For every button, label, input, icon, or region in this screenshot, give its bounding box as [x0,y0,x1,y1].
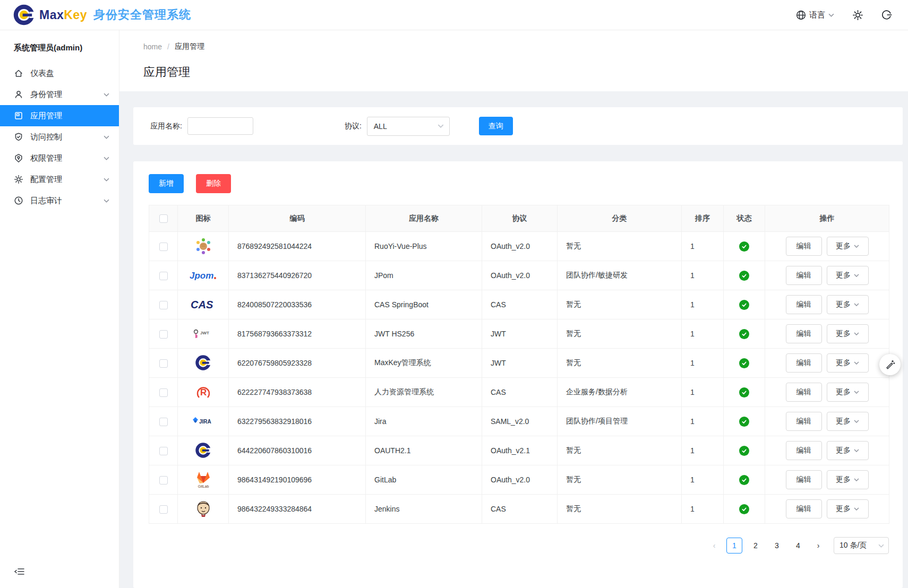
app-protocol-cell: CAS [482,290,558,319]
edit-button[interactable]: 编辑 [786,383,822,402]
edit-button[interactable]: 编辑 [786,470,822,489]
protocol-select[interactable]: ALL [367,117,450,136]
edit-button[interactable]: 编辑 [786,237,822,256]
search-button[interactable]: 查询 [479,117,513,135]
app-sort-cell: 1 [682,465,724,495]
row-checkbox[interactable] [159,476,168,485]
more-button-label: 更多 [836,504,851,514]
app-code-cell: 622076759805923328 [229,349,366,378]
row-checkbox[interactable] [159,388,168,397]
logout-button[interactable] [881,10,892,20]
page-size-value: 10 条/页 [840,541,867,550]
language-switcher[interactable]: 语言 [796,10,834,20]
chevron-down-icon [854,420,859,423]
sidebar-item-permissions[interactable]: 权限管理 [0,148,119,169]
main-content: home / 应用管理 应用管理 应用名称: 协议: ALL 查询 新增 删除 [119,30,908,588]
sidebar-item-access-control[interactable]: 访问控制 [0,126,119,148]
app-name-cell: CAS SpringBoot [366,290,482,319]
chevron-down-icon [104,178,109,181]
status-active-icon [739,504,749,514]
pagination-page-2[interactable]: 2 [748,538,764,554]
table-row: R 622227747938373638 人力资源管理系统 CAS 企业服务/数… [149,378,889,407]
table-row: 622076759805923328 MaxKey管理系统 JWT 暂无 1 编… [149,349,889,378]
badge-icon [14,153,23,163]
row-checkbox[interactable] [159,243,168,251]
more-button[interactable]: 更多 [827,470,869,489]
chevron-down-icon [854,361,859,365]
row-checkbox[interactable] [159,330,168,339]
row-checkbox[interactable] [159,272,168,280]
more-button[interactable]: 更多 [827,266,869,285]
app-code-cell: 837136275440926720 [229,261,366,290]
more-button-label: 更多 [836,417,851,426]
app-category-cell: 暂无 [558,349,682,378]
edit-button[interactable]: 编辑 [786,266,822,285]
breadcrumb-home-link[interactable]: home [143,42,162,51]
app-logo-jenkins [195,499,212,518]
more-button[interactable]: 更多 [827,412,869,431]
chevron-down-icon [854,391,859,394]
sidebar-item-dashboard[interactable]: 仪表盘 [0,63,119,84]
app-code-cell: 986432249333284864 [229,495,366,524]
pagination-next-button[interactable]: › [811,541,825,550]
sidebar-item-configuration[interactable]: 配置管理 [0,169,119,190]
status-active-icon [739,329,749,339]
more-button[interactable]: 更多 [827,441,869,460]
brand-logo[interactable]: MaxKey 身份安全管理系统 [0,4,191,26]
edit-button[interactable]: 编辑 [786,499,822,518]
app-name-cell: MaxKey管理系统 [366,349,482,378]
svg-text:JIRA: JIRA [199,419,211,425]
pagination-page-4[interactable]: 4 [790,538,806,554]
more-button[interactable]: 更多 [827,383,869,402]
gear-icon [852,10,863,21]
row-checkbox[interactable] [159,505,168,514]
app-protocol-cell: OAuth_v2.0 [482,261,558,290]
more-button[interactable]: 更多 [827,295,869,314]
row-checkbox[interactable] [159,447,168,455]
table-row: Jpom 837136275440926720 JPom OAuth_v2.0 … [149,261,889,290]
chevron-down-icon [104,93,109,97]
app-sort-cell: 1 [682,407,724,436]
app-protocol-cell: JWT [482,349,558,378]
chevron-down-icon [854,478,859,481]
more-button[interactable]: 更多 [827,237,869,256]
chevron-down-icon [854,274,859,277]
app-sort-cell: 1 [682,349,724,378]
row-checkbox[interactable] [159,359,168,368]
more-button[interactable]: 更多 [827,353,869,373]
maxkey-logo-icon [13,4,35,26]
edit-button[interactable]: 编辑 [786,295,822,314]
sidebar-item-audit-log[interactable]: 日志审计 [0,190,119,211]
sidebar-item-apps[interactable]: 应用管理 [0,105,119,126]
column-header-name: 应用名称 [366,205,482,232]
edit-button[interactable]: 编辑 [786,441,822,460]
pagination-page-1[interactable]: 1 [726,538,742,554]
more-button[interactable]: 更多 [827,499,869,518]
app-logo-jira: JIRA [191,412,216,431]
row-checkbox[interactable] [159,418,168,426]
app-code-cell: 817568793663373312 [229,319,366,349]
row-checkbox[interactable] [159,301,168,309]
delete-button[interactable]: 删除 [196,174,231,193]
floating-theme-tool-button[interactable] [879,354,901,375]
edit-button[interactable]: 编辑 [786,353,822,373]
chevron-down-icon [104,135,109,139]
app-name-filter-input[interactable] [187,117,253,135]
select-all-checkbox[interactable] [159,214,168,223]
settings-button[interactable] [852,10,863,21]
page-size-select[interactable]: 10 条/页 [834,537,889,554]
more-button[interactable]: 更多 [827,324,869,343]
edit-button[interactable]: 编辑 [786,324,822,343]
apps-table: 图标 编码 应用名称 协议 分类 排序 状态 操作 87689249258104… [149,205,889,524]
add-button[interactable]: 新增 [149,174,184,193]
edit-button[interactable]: 编辑 [786,412,822,431]
status-active-icon [739,241,749,252]
app-category-cell: 团队协作/敏捷研发 [558,261,682,290]
table-row: 644220607860310016 OAUTH2.1 OAuth_v2.1 暂… [149,436,889,465]
pagination-page-3[interactable]: 3 [769,538,785,554]
sidebar-collapse-toggle[interactable] [14,567,24,577]
brand-name: MaxKey [39,8,87,22]
app-category-cell: 暂无 [558,436,682,465]
sidebar-item-identity[interactable]: 身份管理 [0,84,119,105]
pagination-prev-button[interactable]: ‹ [707,541,721,550]
